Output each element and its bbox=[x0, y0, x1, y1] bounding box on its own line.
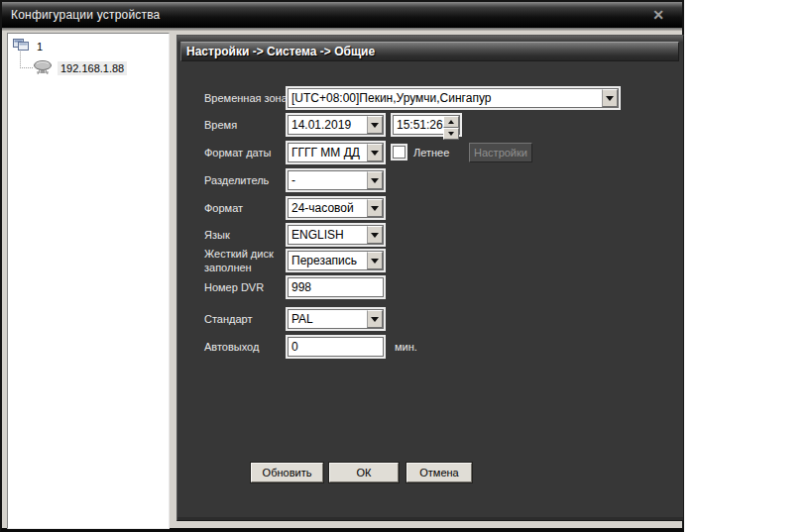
spin-up-icon[interactable] bbox=[443, 116, 459, 128]
tree-connector-line bbox=[20, 52, 33, 68]
spin-down-icon[interactable] bbox=[443, 128, 459, 140]
separator-label: Разделитель bbox=[204, 170, 288, 190]
language-value: ENGLISH bbox=[289, 226, 367, 244]
dome-camera-icon bbox=[33, 59, 53, 77]
dst-checkbox[interactable] bbox=[393, 146, 406, 159]
timezone-value: [UTC+08:00]Пекин,Урумчи,Сингапур bbox=[289, 89, 602, 107]
auto-logout-input[interactable] bbox=[288, 337, 384, 357]
desktop-background: Конфигурации устройства ✕ 1 bbox=[0, 0, 812, 532]
window-title: Конфигурации устройства bbox=[2, 8, 161, 22]
date-format-label: Формат даты bbox=[204, 143, 288, 162]
date-value: 14.01.2019 bbox=[289, 116, 367, 134]
dst-label: Летнее bbox=[413, 143, 449, 162]
time-format-label: Формат bbox=[204, 198, 288, 218]
device-tree-panel: 1 192.168.1.88 bbox=[7, 33, 170, 529]
auto-logout-label: Автовыход bbox=[204, 337, 288, 357]
standard-value: PAL bbox=[289, 310, 367, 328]
timezone-select[interactable]: [UTC+08:00]Пекин,Урумчи,Сингапур bbox=[288, 88, 619, 108]
separator-select[interactable]: - bbox=[288, 170, 384, 190]
hdd-full-value: Перезапись bbox=[289, 252, 367, 269]
chevron-down-icon[interactable] bbox=[367, 116, 383, 134]
dvr-number-label: Номер DVR bbox=[204, 277, 288, 297]
time-format-select[interactable]: 24-часовой bbox=[288, 198, 384, 218]
tree-node-device[interactable]: 192.168.1.88 bbox=[33, 59, 127, 77]
language-select[interactable]: ENGLISH bbox=[288, 225, 384, 245]
date-select[interactable]: 14.01.2019 bbox=[288, 115, 384, 135]
date-format-value: ГГГГ ММ ДД bbox=[289, 144, 367, 161]
ok-button[interactable]: ОК bbox=[329, 463, 399, 482]
standard-label: Стандарт bbox=[204, 309, 288, 329]
date-format-select[interactable]: ГГГГ ММ ДД bbox=[288, 143, 384, 162]
language-label: Язык bbox=[204, 225, 288, 245]
cancel-button[interactable]: Отмена bbox=[406, 463, 472, 482]
close-icon[interactable]: ✕ bbox=[648, 6, 668, 24]
tree-node-label: 192.168.1.88 bbox=[58, 61, 127, 75]
chevron-down-icon[interactable] bbox=[367, 310, 383, 328]
chevron-down-icon[interactable] bbox=[602, 89, 618, 107]
tree-node-label: 1 bbox=[37, 41, 43, 53]
dvr-number-input[interactable] bbox=[288, 277, 384, 297]
auto-logout-units: мин. bbox=[395, 337, 417, 357]
chevron-down-icon[interactable] bbox=[367, 144, 383, 161]
time-format-value: 24-часовой bbox=[289, 199, 367, 217]
chevron-down-icon[interactable] bbox=[367, 226, 383, 244]
title-bar: Конфигурации устройства ✕ bbox=[2, 2, 682, 28]
time-value: 15:51:26 bbox=[394, 116, 443, 134]
device-config-window: Конфигурации устройства ✕ 1 bbox=[0, 0, 684, 532]
hdd-full-select[interactable]: Перезапись bbox=[288, 251, 384, 270]
titlebar-divider bbox=[2, 28, 682, 31]
dst-settings-button[interactable]: Настройки bbox=[469, 143, 532, 162]
standard-select[interactable]: PAL bbox=[288, 309, 384, 329]
time-label: Время bbox=[204, 115, 288, 135]
time-spinner[interactable]: 15:51:26 bbox=[393, 115, 460, 135]
chevron-down-icon[interactable] bbox=[367, 171, 383, 189]
timezone-label: Временная зона bbox=[204, 88, 288, 108]
refresh-button[interactable]: Обновить bbox=[251, 463, 323, 482]
breadcrumb: Настройки -> Система -> Общие bbox=[180, 42, 679, 61]
separator-value: - bbox=[289, 171, 367, 189]
chevron-down-icon[interactable] bbox=[367, 199, 383, 217]
settings-panel: Настройки -> Система -> Общие Временная … bbox=[176, 35, 684, 521]
chevron-down-icon[interactable] bbox=[367, 252, 383, 269]
hdd-full-label: Жесткий диск заполнен bbox=[204, 247, 288, 274]
